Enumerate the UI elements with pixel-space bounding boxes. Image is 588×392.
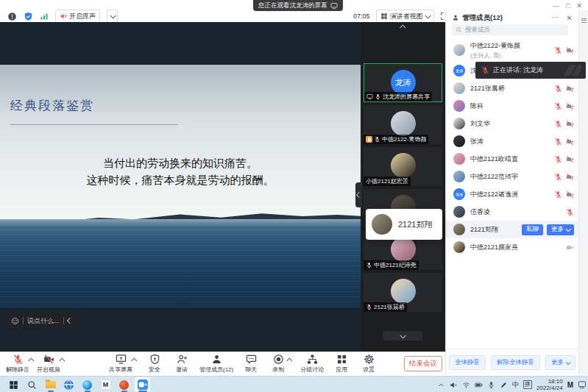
mic-muted-icon[interactable] [554,155,562,163]
close-panel-icon[interactable]: ✕ [567,14,573,22]
toolbar-record-button[interactable]: 录制 [269,354,288,374]
member-row[interactable]: 2121郑翔私聊更多 [446,221,578,238]
cam-gray-icon[interactable] [566,243,574,252]
taskbar-start-icon[interactable] [6,377,21,392]
member-role: (主持人, 我) [470,51,520,60]
toolbar-cam-off-dark-button[interactable]: 开启视频 [37,354,60,374]
menu-icon[interactable] [581,17,587,24]
end-meeting-button[interactable]: 结束会议 [404,356,442,371]
private-chat-button[interactable]: 私聊 [522,224,543,235]
message-placeholder[interactable]: 说点什么... [27,316,60,326]
collapse-message-icon[interactable] [66,318,72,324]
mic-small-icon[interactable] [487,381,495,389]
mic-muted-icon[interactable] [554,138,562,146]
scroll-up-button[interactable] [361,25,445,29]
taskbar-browser-icon[interactable] [61,377,77,392]
toolbar-security-button[interactable]: 安全 [145,354,164,374]
video-tile[interactable]: 中德2122-黄饰颜 [364,105,442,144]
member-row[interactable]: 伍香凌 [446,203,578,221]
cam-off-icon[interactable] [566,120,574,128]
pen-icon[interactable] [500,381,508,389]
more-button[interactable]: 更多 [547,224,574,235]
member-name: 中德2122诸逸洲 [470,190,518,199]
ime-mode-indicator[interactable]: 拼 [523,380,532,389]
toolbar-members-dark-button[interactable]: 管理成员(12) [199,354,233,374]
info-icon[interactable] [7,12,17,21]
volume-icon[interactable] [450,381,458,389]
cam-off-icon[interactable] [566,85,574,93]
cam-off-icon[interactable] [566,155,574,163]
network-icon[interactable] [462,381,470,389]
member-row[interactable]: 中德2121颜家熹 [446,238,578,256]
member-name: 中德2122-黄饰颜 [470,41,520,51]
members-dark-icon [211,354,222,365]
mic-muted-icon[interactable] [554,190,562,199]
avatar [391,153,416,178]
toolbar-apps-grid-button[interactable]: 应用 [332,354,351,374]
mic-muted-icon[interactable] [554,102,562,110]
more-actions-button[interactable]: 更多 [545,355,575,370]
shield-icon[interactable] [24,12,33,21]
emoji-icon[interactable] [11,317,19,325]
video-tile[interactable]: 龙涛沈龙涛的屏幕共享 [364,63,442,102]
toolbar-mic-muted-button[interactable]: 解除静音 [6,354,29,374]
original-sound-dropdown[interactable] [107,10,118,23]
battery-icon[interactable] [475,381,483,389]
video-tile[interactable]: 小德2121赵宏景 [364,147,442,186]
member-row[interactable]: 刘文华 [446,115,578,132]
mute-all-button[interactable]: 全体静音 [449,355,486,370]
slide-body-text: 当付出的劳动换来的知识痛苦。 这种时候，痛苦本身就是劳动的报酬。 [22,154,339,188]
cam-off-icon[interactable] [566,46,574,54]
maximize-button[interactable]: □ [566,1,570,10]
filmstrip-collapse-handle[interactable] [355,182,362,207]
tray-m-logo-icon[interactable]: M [567,381,573,389]
mic-muted-icon[interactable] [554,85,562,93]
close-button[interactable]: ✕ [576,1,582,10]
mic-muted-icon[interactable] [566,208,574,216]
view-mode-button[interactable]: 演讲者视图 [376,10,434,23]
member-row[interactable]: 陈科 [446,97,578,115]
original-sound-button[interactable]: 开启原声 [55,10,100,23]
taskbar-meeting-icon[interactable] [135,377,150,392]
action-center-icon[interactable] [578,380,587,389]
toolbar-item-label: 解除静音 [6,366,29,374]
taskbar-powerpoint-icon[interactable] [116,377,132,392]
member-row[interactable]: 中德2121欧晴置 [446,150,578,168]
mic-muted-light-icon [374,136,380,143]
mic-muted-icon[interactable] [554,120,562,128]
member-row[interactable]: 逸洲中德2122诸逸洲 [446,185,578,203]
unmute-all-button[interactable]: 解除全体静音 [491,355,540,370]
quick-message-bar[interactable]: 说点什么... [6,313,77,328]
member-row[interactable]: 中德2122-黄饰颜(主持人, 我) [446,38,578,62]
mic-muted-icon[interactable] [554,173,562,181]
cam-off-icon[interactable] [566,138,574,146]
member-search-input[interactable]: 搜索成员 [452,24,568,35]
more-options-icon[interactable]: ⋯ [552,15,560,21]
ime-language-indicator[interactable]: 中 [512,380,519,390]
cam-off-icon[interactable] [566,102,574,110]
taskbar-edge-icon[interactable] [79,377,95,392]
clock-date: 2022/4/24 [536,385,563,391]
taskbar-clock[interactable]: 18:10 2022/4/24 [536,378,563,391]
cam-off-icon[interactable] [566,173,574,181]
toolbar-invite-button[interactable]: 邀请 [172,354,191,374]
member-row[interactable]: 张涛 [446,132,578,150]
toolbar-share-screen-button[interactable]: 共享屏幕 [109,354,132,374]
network-signal-icon[interactable] [40,12,49,21]
toolbar-chat-button[interactable]: 聊天 [241,354,261,374]
member-row[interactable]: 2121张晨桥 [446,79,578,97]
minimize-button[interactable]: — [553,1,559,10]
toolbar-breakout-button[interactable]: 分组讨论 [300,354,324,374]
taskbar-m-app-icon[interactable]: M [98,377,113,392]
taskbar-explorer-icon[interactable] [43,377,58,392]
avatar [391,279,416,304]
taskbar-search-icon[interactable] [24,377,40,392]
toolbar-gear-button[interactable]: 设置 [359,354,378,374]
tray-chevron-icon[interactable] [437,381,445,389]
member-row[interactable]: 中德2122范琦宇 [446,168,578,185]
cam-off-icon[interactable] [566,190,574,199]
scroll-down-button[interactable] [383,331,422,341]
video-tile[interactable]: 2121张晨桥 [364,273,442,312]
mic-muted-icon[interactable] [554,46,562,54]
toolbar-item-label: 安全 [149,366,160,374]
